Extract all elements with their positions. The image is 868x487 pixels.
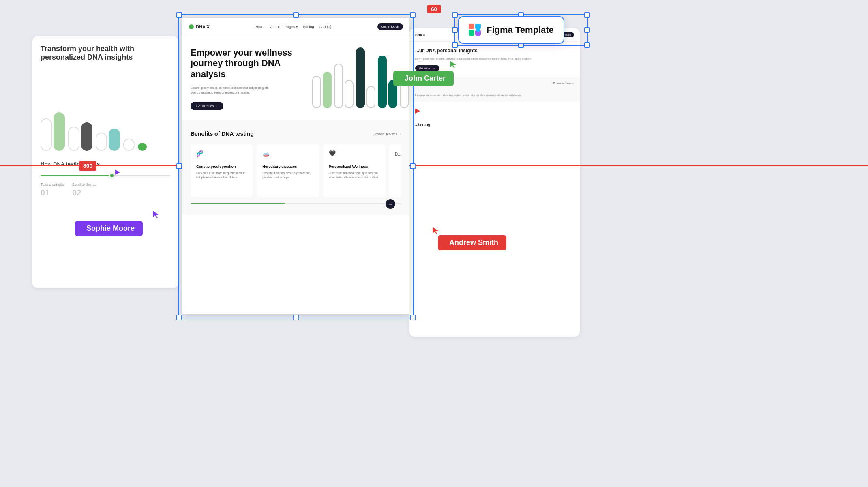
hero-text: Empower your wellness journey through DN… xyxy=(191,47,312,112)
cursor-arrow-andrew-right: ▶ xyxy=(415,107,420,114)
dna-logo-text: DNA X xyxy=(196,24,210,29)
measurement-badge-60: 60 xyxy=(427,5,441,13)
figma-handle-tr[interactable] xyxy=(584,12,590,18)
cursor-badge-john: John Carter xyxy=(393,71,454,86)
step-2-num: 02 xyxy=(72,188,97,197)
measurement-badge-800: 800 xyxy=(79,161,96,171)
bg-card-title: Transform your health with personalized … xyxy=(41,45,170,62)
slider-track: ▶ xyxy=(41,175,170,176)
bg-card-steps: Take a sample 01 Send to the lab 02 xyxy=(41,182,170,197)
benefit-card-hereditary: 🧫 Hereditary diseases Excepteur sint occ… xyxy=(257,144,319,197)
step-2: Send to the lab 02 xyxy=(72,182,97,197)
step-2-label: Send to the lab xyxy=(72,182,97,187)
pillar-group-2 xyxy=(334,64,354,108)
cursor-sophie-arrow xyxy=(152,210,160,220)
figma-icon xyxy=(469,24,482,36)
dna-logo: DNA X xyxy=(189,24,210,29)
benefit-card-genetic: 🧬 Genetic predisposition Duis aute irure… xyxy=(191,144,253,197)
step-1: Take a sample 01 xyxy=(41,182,64,197)
dna-pillar xyxy=(323,72,332,108)
right-browse-link: Browse services → xyxy=(553,82,574,90)
hero-section: Empower your wellness journey through DN… xyxy=(182,35,409,120)
card-desc-hereditary: Excepteur sint occaecat cupidatat non pr… xyxy=(262,171,313,180)
hereditary-icon: 🧫 xyxy=(262,150,313,157)
right-wellness-desc: Excepteur sint occaecat cupidatat non pr… xyxy=(415,94,574,97)
mini-chart xyxy=(41,102,170,151)
card-title-genetic: Genetic predisposition xyxy=(196,165,247,169)
cursor-badge-andrew: Andrew Smith xyxy=(438,235,506,250)
chart-bar xyxy=(68,127,79,151)
chart-bar xyxy=(41,118,52,151)
dna-pillar xyxy=(378,56,387,108)
progress-bar: → xyxy=(191,203,401,204)
svg-rect-0 xyxy=(469,24,474,29)
figma-template-badge: Figma Template xyxy=(458,16,564,44)
card-desc-wellness: Ut enim ad minim veniam, quis nostrud ex… xyxy=(329,171,379,180)
figma-handle-lm[interactable] xyxy=(452,27,458,33)
hero-title: Empower your wellness journey through DN… xyxy=(191,47,308,79)
nav-link-pricing[interactable]: Pricing xyxy=(303,25,314,29)
svg-rect-2 xyxy=(469,30,474,36)
chart-bar xyxy=(54,112,65,151)
right-card-logo: DNA X xyxy=(415,33,425,37)
slider-wrap: ▶ xyxy=(41,175,170,176)
progress-track xyxy=(191,203,401,204)
benefits-title: Benefits of DNA testing xyxy=(191,131,254,137)
cursor-john-arrow xyxy=(449,60,457,70)
dna-pillar xyxy=(366,86,375,108)
main-frame: DNA X Home About Pages ▾ Pricing Cart (1… xyxy=(182,18,409,314)
hero-description: Lorem ipsum dolor sit amet, consectetur … xyxy=(191,86,272,95)
cursor-badge-sophie: Sophie Moore xyxy=(75,221,143,236)
guideline-horizontal xyxy=(0,165,868,166)
nav-link-cart[interactable]: Cart (1) xyxy=(319,25,332,29)
svg-marker-5 xyxy=(450,61,456,68)
chart-bar xyxy=(109,129,120,151)
benefits-section: Benefits of DNA testing Browse services … xyxy=(182,120,409,215)
slider-thumb xyxy=(109,173,114,178)
nav-cta-button[interactable]: Get in touch xyxy=(377,23,403,30)
progress-arrow-button[interactable]: → xyxy=(386,199,395,209)
browse-services-link[interactable]: Browse services → xyxy=(374,132,401,136)
bg-card-left: Transform your health with personalized … xyxy=(32,36,178,288)
chart-bar xyxy=(96,133,107,151)
pillar-group-1 xyxy=(312,72,332,108)
chart-bar xyxy=(123,139,135,151)
nav-link-home[interactable]: Home xyxy=(256,25,266,29)
svg-marker-6 xyxy=(153,211,159,218)
step-1-label: Take a sample xyxy=(41,182,64,187)
right-hero-desc: Lorem ipsum dolor sit amet, consectetur … xyxy=(415,58,574,60)
card-desc-genetic: Duis aute irure dolor in reprehenderit i… xyxy=(196,171,247,180)
wellness-icon: 🖤 xyxy=(329,150,379,157)
chart-bar xyxy=(138,143,147,151)
dna-pillar xyxy=(356,47,365,108)
cursor-arrow-sophie: ▶ xyxy=(115,168,120,176)
slider-fill: ▶ xyxy=(41,175,112,176)
step-1-num: 01 xyxy=(41,188,64,197)
figma-handle-rm[interactable] xyxy=(584,27,590,33)
right-hero-cta: Get in touch → xyxy=(415,65,439,71)
card-title-hereditary: Hereditary diseases xyxy=(262,165,313,169)
right-cursor-area: ▶ xyxy=(409,102,580,119)
chart-bar xyxy=(81,122,92,151)
benefits-header: Benefits of DNA testing Browse services … xyxy=(191,131,401,137)
dna-nav-links: Home About Pages ▾ Pricing Cart (1) xyxy=(256,25,332,29)
cursor-andrew-arrow xyxy=(432,226,440,236)
svg-marker-7 xyxy=(433,227,439,234)
dna-logo-icon xyxy=(189,24,194,29)
main-nav: DNA X Home About Pages ▾ Pricing Cart (1… xyxy=(182,18,409,35)
nav-link-about[interactable]: About xyxy=(270,25,280,29)
dna-pillar xyxy=(312,76,321,108)
figma-handle-br[interactable] xyxy=(584,42,590,48)
figma-handle-tl[interactable] xyxy=(452,12,458,18)
dna-pillar xyxy=(334,64,343,108)
genetic-icon: 🧬 xyxy=(196,150,247,157)
right-hero-title: ...ur DNA personal insights xyxy=(415,48,574,54)
figma-handle-bl[interactable] xyxy=(452,42,458,48)
figma-template-title: Figma Template xyxy=(487,25,554,35)
benefit-card-wellness: 🖤 Personalized Wellness Ut enim ad minim… xyxy=(323,144,385,197)
hero-cta-button[interactable]: Get in touch → xyxy=(191,102,223,110)
benefit-cards-row: 🧬 Genetic predisposition Duis aute irure… xyxy=(191,144,401,197)
pillar-group-3 xyxy=(356,47,375,108)
nav-link-pages[interactable]: Pages ▾ xyxy=(285,25,298,29)
right-testing-section: ...testing xyxy=(409,119,580,130)
